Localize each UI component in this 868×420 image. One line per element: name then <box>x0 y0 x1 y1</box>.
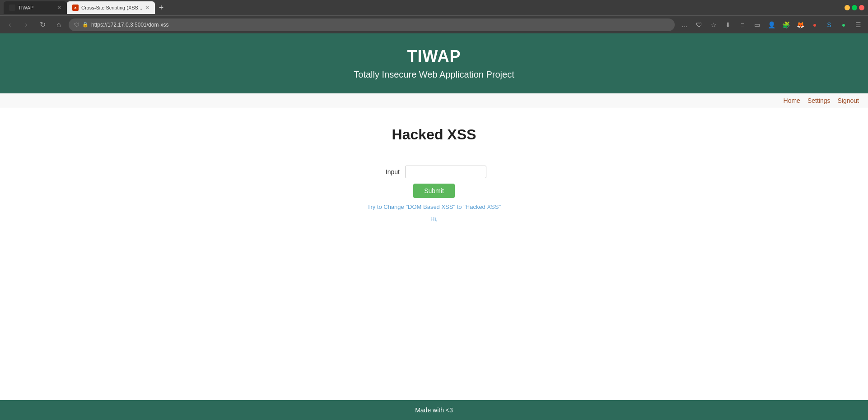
tabs-icon[interactable]: ▭ <box>751 18 763 31</box>
security-icon: 🛡 <box>74 22 79 28</box>
bookmark-icon[interactable]: ☆ <box>707 18 720 31</box>
site-subtitle: Totally Insecure Web Application Project <box>9 69 859 80</box>
url-display: https://172.17.0.3:5001/dom-xss <box>91 22 669 28</box>
input-row: Input <box>321 166 547 178</box>
footer-text: Made with <3 <box>415 406 453 414</box>
page-title: Hacked XSS <box>392 126 476 143</box>
xss-input[interactable] <box>405 166 486 178</box>
toolbar-actions: … 🛡 ☆ ⬇ ≡ ▭ 👤 🧩 🦊 ● S ● ☰ <box>678 18 864 31</box>
page-content: Hacked XSS Input Submit Try to Change "D… <box>0 108 868 400</box>
collections-icon[interactable]: ≡ <box>736 18 749 31</box>
extensions-icon[interactable]: 🧩 <box>779 18 792 31</box>
hint-text: Try to Change "DOM Based XSS" to "Hacked… <box>367 203 501 210</box>
address-bar[interactable]: 🛡 🔒 https://172.17.0.3:5001/dom-xss <box>69 18 675 31</box>
tab-label-tiwap: TIWAP <box>18 5 33 10</box>
browser-chrome: TIWAP ✕ X Cross-Site Scripting (XSS... ✕… <box>0 0 868 33</box>
download-icon[interactable]: ⬇ <box>722 18 734 31</box>
home-button[interactable]: ⌂ <box>52 18 65 31</box>
firefox-icon[interactable]: 🦊 <box>794 18 807 31</box>
more-button[interactable]: … <box>678 18 691 31</box>
new-tab-button[interactable]: + <box>155 1 168 14</box>
window-controls <box>845 5 864 10</box>
tab-xss[interactable]: X Cross-Site Scripting (XSS... ✕ <box>67 1 155 14</box>
refresh-button[interactable]: ↻ <box>36 18 49 31</box>
red-icon[interactable]: ● <box>808 18 821 31</box>
minimize-button[interactable] <box>845 5 850 10</box>
sync-icon[interactable]: S <box>823 18 835 31</box>
submit-button[interactable]: Submit <box>413 184 455 198</box>
back-button[interactable]: ‹ <box>4 18 16 31</box>
lock-icon: 🔒 <box>82 22 89 28</box>
site-nav: Home Settings Signout <box>0 93 868 108</box>
nav-signout[interactable]: Signout <box>838 97 859 104</box>
nav-settings[interactable]: Settings <box>807 97 831 104</box>
tab-tiwap[interactable]: TIWAP ✕ <box>4 1 67 14</box>
tab-close-tiwap[interactable]: ✕ <box>57 5 61 11</box>
site-title: TIWAP <box>9 47 859 66</box>
nav-home[interactable]: Home <box>784 97 800 104</box>
tab-label-xss: Cross-Site Scripting (XSS... <box>81 5 142 10</box>
input-label: Input <box>382 168 400 175</box>
browser-toolbar: ‹ › ↻ ⌂ 🛡 🔒 https://172.17.0.3:5001/dom-… <box>0 15 868 33</box>
site-header: TIWAP Totally Insecure Web Application P… <box>0 33 868 93</box>
close-button[interactable] <box>859 5 864 10</box>
site-footer: Made with <3 <box>0 400 868 420</box>
green-icon[interactable]: ● <box>837 18 850 31</box>
tab-favicon-xss: X <box>72 5 79 11</box>
menu-icon[interactable]: ☰ <box>852 18 864 31</box>
page-wrapper: TIWAP Totally Insecure Web Application P… <box>0 33 868 420</box>
browser-titlebar: TIWAP ✕ X Cross-Site Scripting (XSS... ✕… <box>0 0 868 15</box>
shield-icon[interactable]: 🛡 <box>693 18 705 31</box>
tab-close-xss[interactable]: ✕ <box>145 5 149 11</box>
maximize-button[interactable] <box>852 5 857 10</box>
tab-favicon-tiwap <box>9 5 15 11</box>
profile-icon[interactable]: 👤 <box>765 18 778 31</box>
form-area: Input Submit Try to Change "DOM Based XS… <box>321 166 547 222</box>
output-text: Hi, <box>430 216 438 222</box>
forward-button[interactable]: › <box>20 18 33 31</box>
